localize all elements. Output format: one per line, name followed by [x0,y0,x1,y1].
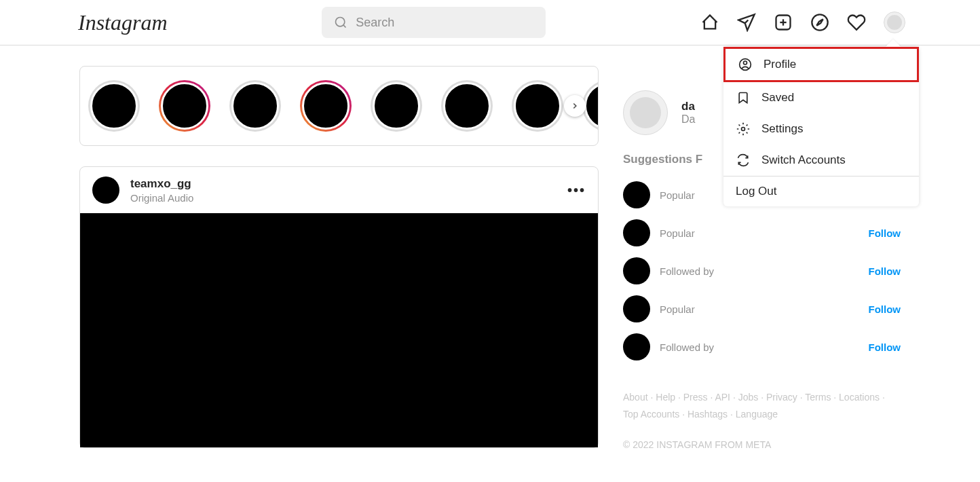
stories-next-button[interactable] [564,95,586,117]
user-info: da Da [681,100,695,126]
footer-links: About · Help · Press · API · Jobs · Priv… [623,389,901,423]
suggestion-avatar[interactable] [623,181,650,208]
dropdown-profile-label: Profile [764,58,796,71]
footer-link[interactable]: Hashtags [687,409,728,420]
suggestion-subtitle: Popular [660,227,695,239]
profile-icon [738,57,753,72]
home-icon[interactable] [700,13,719,32]
explore-icon[interactable] [810,13,829,32]
copyright: © 2022 INSTAGRAM FROM META [623,439,901,450]
svg-marker-6 [816,19,823,25]
svg-point-9 [742,128,745,131]
search-box[interactable] [322,7,546,38]
feed-column: teamxo_gg Original Audio ••• [79,66,599,450]
post-author-block: teamxo_gg Original Audio [130,177,193,204]
post-subtitle[interactable]: Original Audio [130,192,193,204]
profile-dropdown: Profile Saved Settings Switch Accounts [723,47,919,206]
activity-icon[interactable] [847,13,866,32]
post-header: teamxo_gg Original Audio ••• [80,167,598,213]
suggestion-item: Popular Follow [623,214,901,252]
header: Instagram Pro [0,0,980,45]
profile-avatar-nav[interactable] [884,12,905,33]
new-post-icon[interactable] [774,13,793,32]
suggestion-subtitle: Popular [660,303,695,315]
search-icon [334,16,347,29]
switch-icon [736,153,751,168]
footer-link[interactable]: About [623,392,648,403]
dropdown-settings-label: Settings [761,122,803,136]
messages-icon[interactable] [737,13,756,32]
svg-point-0 [336,18,345,26]
suggestion-avatar[interactable] [623,295,650,322]
suggestion-item: Popular Follow [623,290,901,328]
footer-link[interactable]: Privacy [766,392,797,403]
story-item[interactable] [88,80,140,132]
suggestion-item: Followed by Follow [623,252,901,290]
post-avatar[interactable] [92,177,119,204]
story-item[interactable] [441,80,493,132]
post-more-icon[interactable]: ••• [567,183,586,198]
dropdown-logout[interactable]: Log Out [723,177,919,206]
nav-icons: Profile Saved Settings Switch Accounts [700,12,905,33]
dropdown-saved[interactable]: Saved [723,82,919,113]
user-avatar[interactable] [623,90,668,135]
follow-button[interactable]: Follow [869,303,901,315]
dropdown-logout-label: Log Out [736,185,777,198]
footer-link[interactable]: Press [683,392,708,403]
follow-button[interactable]: Follow [869,227,901,239]
suggestion-item: Followed by Follow [623,328,901,366]
footer-link[interactable]: Locations [839,392,880,403]
settings-icon [736,122,751,136]
svg-point-5 [812,14,827,30]
chevron-right-icon [570,101,580,111]
suggestion-subtitle: Popular [660,189,695,201]
suggestion-avatar[interactable] [623,219,650,246]
post-media[interactable] [80,213,598,447]
instagram-logo[interactable]: Instagram [78,10,168,35]
footer-link[interactable]: Jobs [738,392,759,403]
saved-icon [736,90,751,105]
footer-link[interactable]: API [715,392,730,403]
svg-line-1 [343,25,345,27]
post-author[interactable]: teamxo_gg [130,177,193,191]
suggestion-subtitle: Followed by [660,341,714,353]
displayname: Da [681,113,695,126]
story-item[interactable] [159,80,210,132]
suggestion-avatar[interactable] [623,257,650,284]
story-item[interactable] [512,80,563,132]
footer-link[interactable]: Language [736,409,778,420]
follow-button[interactable]: Follow [869,265,901,277]
suggestion-avatar[interactable] [623,333,650,360]
dropdown-switch[interactable]: Switch Accounts [723,145,919,176]
stories-tray [79,66,599,146]
dropdown-saved-label: Saved [761,91,794,105]
dropdown-switch-label: Switch Accounts [761,153,846,167]
story-item[interactable] [300,80,352,132]
footer-link[interactable]: Top Accounts [623,409,679,420]
story-item[interactable] [229,80,281,132]
dropdown-settings[interactable]: Settings [723,113,919,145]
dropdown-profile[interactable]: Profile [723,47,919,82]
footer-link[interactable]: Help [656,392,675,403]
username[interactable]: da [681,100,695,113]
svg-point-8 [744,61,747,64]
footer-link[interactable]: Terms [805,392,831,403]
post: teamxo_gg Original Audio ••• [79,166,599,448]
search-input[interactable] [356,16,533,30]
follow-button[interactable]: Follow [869,341,901,353]
suggestion-subtitle: Followed by [660,265,714,277]
story-item[interactable] [371,80,422,132]
